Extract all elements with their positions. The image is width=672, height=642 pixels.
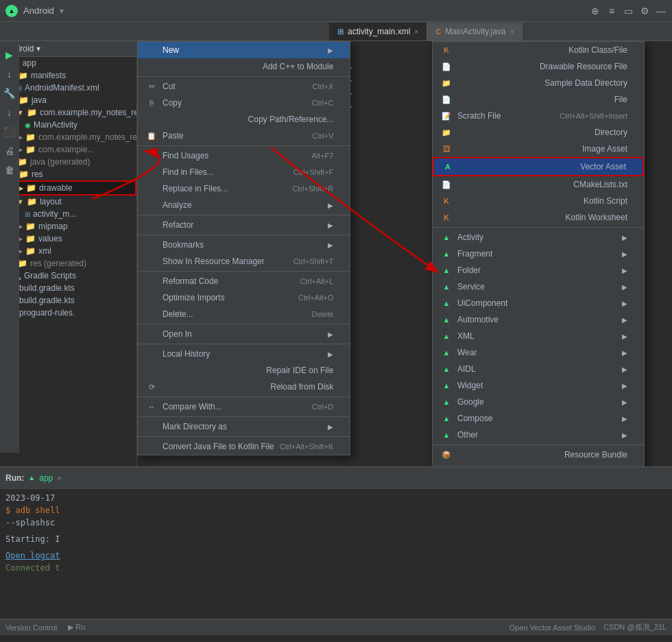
menu-item-reload-disk[interactable]: ⟳ Reload from Disk (138, 379, 350, 395)
sidebar-item-mainactivity[interactable]: ◉ MainActivity (0, 119, 136, 131)
run-config-icon[interactable]: ≡ (606, 5, 617, 16)
menu-item-replace-files[interactable]: Replace in Files... Ctrl+Shift+R (138, 180, 350, 197)
submenu-item-sample-data[interactable]: 📁 Sample Data Directory (433, 75, 644, 91)
menu-item-copy-path[interactable]: Copy Path/Reference... (138, 111, 350, 128)
menu-item-optimize-imports[interactable]: Optimize Imports Ctrl+Alt+O (138, 289, 350, 306)
submenu-item-kotlin-script[interactable]: K Kotlin Script (433, 193, 644, 209)
submenu-item-uicomponent[interactable]: ▲ UiComponent ▶ (433, 295, 644, 311)
submenu-item-drawable-resource[interactable]: 📄 Drawable Resource File (433, 58, 644, 75)
submenu-item-automotive[interactable]: ▲ Automotive ▶ (433, 311, 644, 328)
submenu-item-vector-asset[interactable]: A Vector Asset (433, 157, 644, 176)
menu-item-mark-directory[interactable]: Mark Directory as ▶ (138, 418, 350, 435)
menu-item-delete[interactable]: Delete... Delete (138, 306, 350, 322)
sidebar-item-build-gradle-2[interactable]: 🔧 build.gradle.kts (0, 294, 136, 307)
stop-button[interactable]: ↓ (1, 66, 18, 82)
tab-close-xml[interactable]: × (414, 28, 418, 36)
tab-mainactivity-java[interactable]: C MainActivity.java × (427, 23, 523, 40)
run-tab[interactable]: ▶ Ru (68, 623, 85, 632)
sidebar-item-res[interactable]: ▼ 📁 res (0, 168, 136, 180)
sidebar-item-values[interactable]: ▶ 📁 values (0, 233, 136, 245)
minimize-icon[interactable]: — (656, 5, 667, 16)
menu-item-show-resource-manager[interactable]: Show In Resource Manager Ctrl+Shift+T (138, 253, 350, 270)
local-history-arrow: ▶ (328, 350, 333, 358)
menu-item-new[interactable]: New ▶ (138, 42, 350, 58)
menu-item-paste[interactable]: 📋 Paste Ctrl+V (138, 128, 350, 144)
sidebar-item-app[interactable]: ▼ ▲ app (0, 57, 136, 69)
menu-item-add-cpp[interactable]: Add C++ to Module (138, 58, 350, 75)
tab-close-java[interactable]: × (510, 28, 514, 36)
resource-manager-shortcut: Ctrl+Shift+T (293, 257, 334, 265)
menu-label-convert-java: Convert Java File to Kotlin File (163, 442, 274, 451)
menu-item-repair-ide[interactable]: Repair IDE on File (138, 362, 350, 379)
terminal-line-logcat[interactable]: Open logcat (5, 549, 667, 562)
record-button[interactable]: ⬛ (1, 123, 18, 140)
submenu-item-widget[interactable]: ▲ Widget ▶ (433, 377, 644, 394)
menu-label-reformat: Reformat Code (163, 276, 218, 286)
sidebar-item-res-generated[interactable]: ▶ 📁 res (generated) (0, 257, 136, 270)
submenu-item-kotlin-worksheet[interactable]: K Kotlin Worksheet (433, 209, 644, 226)
submenu-item-google[interactable]: ▲ Google ▶ (433, 394, 644, 410)
settings-icon[interactable]: ⚙ (639, 5, 650, 16)
menu-item-find-usages[interactable]: Find Usages Alt+F7 (138, 147, 350, 164)
menu-item-cut[interactable]: ✂ Cut Ctrl+X (138, 78, 350, 95)
sidebar-item-java[interactable]: ▼ 📁 java (0, 94, 136, 106)
sidebar-item-drawable[interactable]: ▶ 📁 drawable (0, 180, 136, 195)
submenu-item-resource-bundle[interactable]: 📦 Resource Bundle (433, 447, 644, 463)
submenu-item-scratch-file[interactable]: 📝 Scratch File Ctrl+Alt+Shift+Insert (433, 108, 644, 124)
submenu-item-other[interactable]: ▲ Other ▶ (433, 427, 644, 443)
sidebar-item-build-gradle-1[interactable]: 🔧 build.gradle.kts (0, 282, 136, 294)
submenu-item-wear[interactable]: ▲ Wear ▶ (433, 344, 644, 361)
sidebar-item-androidmanifest[interactable]: ⊞ AndroidManifest.xml (0, 82, 136, 94)
menu-item-open-in[interactable]: Open In ▶ (138, 326, 350, 342)
download-button[interactable]: ↓ (1, 104, 18, 121)
submenu-item-folder[interactable]: ▲ Folder ▶ (433, 262, 644, 278)
tree-label: drawable (39, 183, 73, 193)
submenu-item-fragment[interactable]: ▲ Fragment ▶ (433, 246, 644, 262)
sidebar-item-xml[interactable]: ▶ 📁 xml (0, 245, 136, 257)
paste-icon: 📋 (146, 132, 157, 141)
menu-item-compare-with[interactable]: ↔ Compare With... Ctrl+D (138, 399, 350, 415)
sidebar-item-layout[interactable]: ▼ 📁 layout (0, 195, 136, 208)
submenu-item-editorconfig[interactable]: 📄 EditorConfig File (433, 463, 644, 466)
submenu-item-xml[interactable]: ▲ XML ▶ (433, 328, 644, 344)
sidebar-item-activity-main[interactable]: ⊞ activity_m... (0, 208, 136, 220)
submenu-item-cmakelists[interactable]: 📄 CMakeLists.txt (433, 176, 644, 193)
menu-item-bookmarks[interactable]: Bookmarks ▶ (138, 237, 350, 253)
sidebar-item-java-generated[interactable]: ▶ 📁 java (generated) (0, 156, 136, 168)
submenu-item-activity[interactable]: ▲ Activity ▶ (433, 229, 644, 246)
clear-button[interactable]: 🗑 (1, 162, 18, 178)
sidebar-item-gradle-scripts[interactable]: ▼ 🔧 Gradle Scripts (0, 270, 136, 282)
menu-label-replace-files: Replace in Files... (163, 184, 228, 193)
menu-item-local-history[interactable]: Local History ▶ (138, 346, 350, 362)
menu-item-copy[interactable]: ⎘ Copy Ctrl+C (138, 95, 350, 111)
attach-debugger-button[interactable]: 🔧 (1, 85, 18, 102)
logcat-link[interactable]: Open logcat (5, 551, 60, 560)
sidebar-item-androidtest[interactable]: ▶ 📁 com.example.my_notes_record (android… (0, 131, 136, 143)
submenu-item-directory[interactable]: 📁 Directory (433, 124, 644, 141)
run-button[interactable]: ▶ (1, 47, 18, 63)
print-button[interactable]: 🖨 (1, 143, 18, 159)
sidebar-item-package[interactable]: ▼ 📁 com.example.my_notes_record (0, 106, 136, 119)
sidebar-item-mipmap[interactable]: ▶ 📁 mipmap (0, 220, 136, 233)
folder-icon-layout2: 📁 (27, 197, 37, 206)
version-control-tab[interactable]: Version Control (5, 623, 57, 632)
sync-icon[interactable]: ⊕ (590, 5, 601, 16)
submenu-item-service[interactable]: ▲ Service ▶ (433, 278, 644, 295)
sidebar-item-com-example[interactable]: ▶ 📁 com.example... (0, 143, 136, 156)
run-close-button[interactable]: × (57, 474, 61, 482)
submenu-item-image-asset[interactable]: 🖼 Image Asset (433, 141, 644, 157)
avd-icon[interactable]: ▭ (623, 5, 634, 16)
submenu-item-kotlin-class[interactable]: K Kotlin Class/File (433, 42, 644, 58)
menu-item-analyze[interactable]: Analyze ▶ (138, 197, 350, 213)
submenu-label-widget: Widget (457, 381, 483, 390)
tab-activity-main-xml[interactable]: ⊞ activity_main.xml × (329, 23, 427, 40)
menu-item-reformat[interactable]: Reformat Code Ctrl+Alt+L (138, 273, 350, 289)
sidebar-item-manifests[interactable]: ▼ 📁 manifests (0, 69, 136, 82)
sidebar-item-proguard[interactable]: 📄 proguard-rules. (0, 307, 136, 319)
menu-item-convert-java[interactable]: Convert Java File to Kotlin File Ctrl+Al… (138, 438, 350, 455)
submenu-item-compose[interactable]: ▲ Compose ▶ (433, 410, 644, 427)
submenu-item-aidl[interactable]: ▲ AIDL ▶ (433, 361, 644, 377)
menu-item-find-files[interactable]: Find in Files... Ctrl+Shift+F (138, 164, 350, 180)
menu-item-refactor[interactable]: Refactor ▶ (138, 217, 350, 233)
submenu-item-file[interactable]: 📄 File (433, 91, 644, 108)
